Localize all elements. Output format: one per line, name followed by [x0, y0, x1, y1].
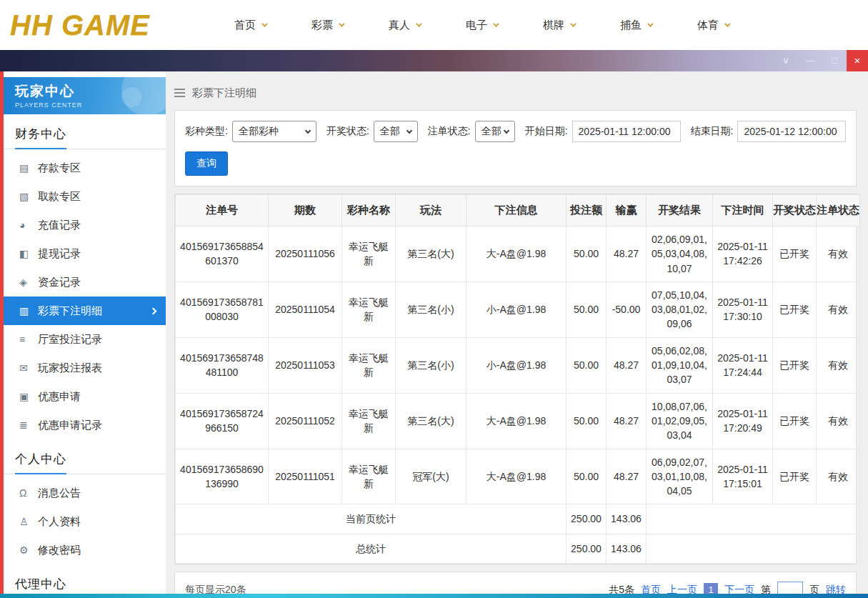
sidebar-item-label: 提现记录	[38, 247, 81, 261]
cell-bet-info: 大-A盘@1.98	[467, 449, 567, 504]
table-row: 401569173658748481100 20250111053 幸运飞艇新 …	[176, 337, 860, 393]
nav-label: 体育	[697, 19, 719, 32]
first-page-link[interactable]: 首页	[641, 584, 661, 594]
withdraw-icon: ▧	[19, 191, 38, 202]
sidebar-item-change-password[interactable]: ⚙修改密码	[4, 536, 166, 564]
cell-lottery-name: 幸运飞艇新	[342, 449, 396, 504]
sidebar-item-recharge-records[interactable]: ◕充值记录	[4, 211, 166, 239]
window-minimize-icon[interactable]: —	[798, 50, 822, 71]
col-header-bet-info: 下注信息	[467, 195, 567, 226]
nav-item-slots[interactable]: 电子	[466, 19, 497, 32]
chevron-down-icon	[416, 21, 421, 26]
section-title-agent: 代理中心	[4, 576, 166, 594]
sidebar-item-label: 资金记录	[38, 276, 81, 289]
end-date-input[interactable]	[737, 121, 846, 142]
cell-draw-result: 10,08,07,06,01,02,09,05,03,04	[647, 393, 713, 449]
cell-play: 第三名(小)	[396, 337, 467, 393]
window-maximize-icon[interactable]: □	[822, 50, 847, 71]
bet-table: 注单号 期数 彩种名称 玩法 下注信息 投注额 输赢 开奖结果 下注时间 开奖状…	[175, 194, 860, 564]
col-header-play: 玩法	[396, 195, 467, 226]
col-header-order-id: 注单号	[176, 195, 269, 226]
sidebar-item-withdrawal-records[interactable]: ◧提现记录	[4, 239, 166, 268]
col-header-win-loss: 输赢	[607, 195, 647, 226]
select-value: 全部	[380, 125, 400, 136]
jump-link[interactable]: 跳转	[826, 584, 846, 594]
chevron-down-icon	[305, 128, 311, 134]
nav-item-fishing[interactable]: 捕鱼	[620, 19, 652, 32]
current-page-indicator[interactable]: 1	[704, 583, 718, 594]
prev-page-link[interactable]: 上一页	[667, 584, 697, 594]
cell-bet-time: 2025-01-11 17:30:10	[713, 281, 773, 337]
cell-bet-info: 小-A盘@1.98	[467, 281, 567, 337]
cell-order-id: 401569173658724966150	[176, 393, 269, 449]
sidebar-item-announcements[interactable]: Ω消息公告	[4, 479, 166, 507]
menu-icon[interactable]	[174, 89, 185, 97]
sidebar-item-profile[interactable]: ♙个人资料	[4, 507, 166, 536]
cell-play: 冠军(大)	[396, 449, 467, 504]
cell-bet-time: 2025-01-11 17:24:44	[713, 337, 773, 393]
sidebar-item-lottery-bet-details[interactable]: ▥彩票下注明细	[4, 296, 166, 325]
sidebar-item-promo-application-records[interactable]: ≣优惠申请记录	[4, 411, 166, 439]
col-header-bet-amount: 投注额	[567, 195, 607, 226]
funds-record-icon: ◈	[19, 276, 38, 288]
table-row: 401569173658781008030 20250111054 幸运飞艇新 …	[176, 281, 860, 337]
window-restore-icon[interactable]: ∨	[774, 50, 798, 71]
cell-order-status: 有效	[817, 226, 860, 282]
cell-bet-amount: 50.00	[567, 449, 607, 504]
nav-label: 捕鱼	[620, 19, 642, 32]
lottery-type-select[interactable]: 全部彩种	[232, 121, 316, 142]
sidebar-item-label: 优惠申请	[38, 390, 81, 404]
app-window: HH GAME 首页 彩票 真人 电子 棋牌 捕鱼 体育 ∨ — □ × 玩家中…	[0, 0, 868, 598]
cell-draw-status: 已开奖	[773, 449, 817, 504]
section-title-personal: 个人中心	[4, 451, 166, 474]
window-titlebar: ∨ — □ ×	[0, 50, 868, 71]
sidebar-item-funds-records[interactable]: ◈资金记录	[4, 268, 166, 296]
sidebar-item-promo-application[interactable]: ▣优惠申请	[4, 382, 166, 411]
sidebar-item-label: 玩家投注报表	[38, 362, 102, 375]
chevron-down-icon	[493, 21, 499, 26]
top-header: HH GAME 首页 彩票 真人 电子 棋牌 捕鱼 体育	[0, 0, 868, 50]
chevron-down-icon	[261, 21, 267, 26]
draw-status-select[interactable]: 全部	[374, 121, 418, 142]
table-row: 401569173658690136990 20250111051 幸运飞艇新 …	[176, 449, 860, 504]
chevron-right-icon	[150, 307, 157, 314]
promo-apply-icon: ▣	[19, 391, 38, 402]
col-header-period: 期数	[269, 195, 342, 226]
cell-bet-amount: 50.00	[567, 337, 607, 393]
jump-page-input[interactable]	[777, 582, 803, 594]
sidebar-item-player-bet-report[interactable]: ✉玩家投注报表	[4, 354, 166, 382]
cell-draw-result: 06,09,02,07,03,01,10,08,04,05	[647, 449, 713, 504]
sidebar-item-hall-bet-records[interactable]: ≡厅室投注记录	[4, 325, 166, 354]
start-date-input[interactable]	[572, 121, 681, 142]
window-close-icon[interactable]: ×	[847, 50, 868, 71]
sidebar-item-label: 厅室投注记录	[38, 333, 102, 347]
sidebar-item-label: 修改密码	[38, 544, 81, 557]
cell-order-status: 有效	[817, 337, 860, 393]
search-button[interactable]: 查询	[185, 151, 228, 176]
sidebar-item-deposit-zone[interactable]: ▤存款专区	[4, 154, 166, 182]
nav-item-live-casino[interactable]: 真人	[389, 19, 420, 32]
chevron-down-icon	[724, 21, 730, 26]
chevron-down-icon	[406, 128, 412, 134]
sidebar-item-withdraw-zone[interactable]: ▧取款专区	[4, 182, 166, 211]
nav-item-lottery[interactable]: 彩票	[311, 19, 343, 32]
main-content: 彩票下注明细 彩种类型: 全部彩种 开奖状态: 全部 注单状态: 全部 开始日期…	[166, 71, 868, 594]
person-icon: ♙	[19, 516, 38, 527]
col-header-order-status: 注单状态	[817, 195, 860, 226]
nav-item-sports[interactable]: 体育	[697, 19, 729, 32]
nav-item-chess[interactable]: 棋牌	[543, 19, 574, 32]
order-status-select[interactable]: 全部	[475, 121, 515, 142]
gear-icon: ⚙	[19, 544, 38, 556]
recharge-record-icon: ◕	[19, 219, 38, 231]
next-page-link[interactable]: 下一页	[724, 584, 754, 594]
start-date-label: 开始日期:	[525, 125, 568, 138]
col-header-draw-status: 开奖状态	[773, 195, 817, 226]
main-nav: 首页 彩票 真人 电子 棋牌 捕鱼 体育	[234, 19, 729, 32]
deposit-icon: ▤	[19, 162, 38, 174]
cell-period: 20250111054	[269, 281, 342, 337]
brand-logo[interactable]: HH GAME	[0, 9, 214, 41]
nav-item-home[interactable]: 首页	[234, 19, 266, 32]
sidebar-item-label: 存款专区	[38, 161, 81, 175]
jump-label-pre: 第	[761, 584, 771, 594]
total-count-label: 共5条	[609, 584, 634, 594]
